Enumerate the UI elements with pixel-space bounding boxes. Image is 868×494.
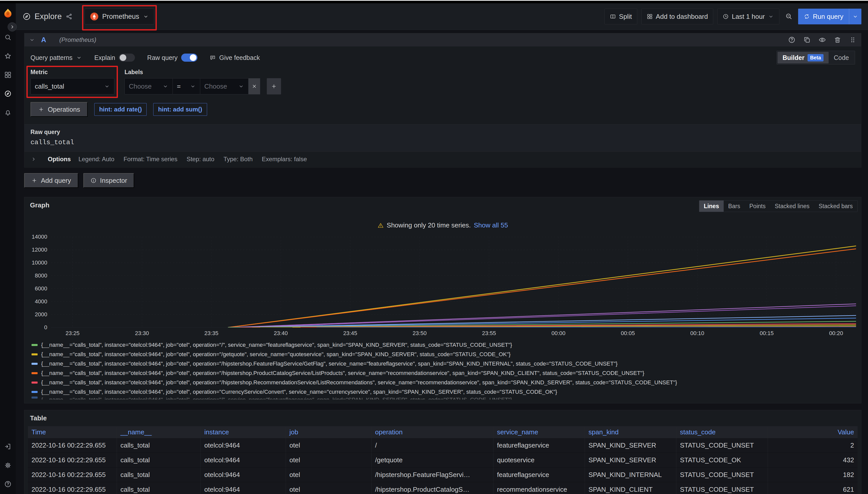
legend-item[interactable]: {__name__="calls_total", instance="otelc… [32,387,857,397]
table-cell: otel [286,482,372,494]
builder-mode-button[interactable]: Builder Beta [778,52,829,63]
clock-icon [723,14,729,20]
inspector-button[interactable]: Inspector [83,173,134,188]
delete-query-icon[interactable] [834,36,841,44]
hint-add-sum-button[interactable]: hint: add sum() [153,103,207,116]
graph-mode-lines[interactable]: Lines [699,201,724,212]
operations-row: Operations hint: add rate() hint: add su… [31,102,855,117]
table-body: 2022-10-16 00:22:29.655calls_totalotelco… [28,438,857,494]
table-cell: /hipstershop.FeatureFlagServi… [372,468,493,482]
label-key-select[interactable]: Choose [125,78,173,94]
table-cell: calls_total [117,482,201,494]
raw-query-preview-label: Raw query [31,129,855,136]
help-icon[interactable] [4,480,12,488]
hint-add-rate-button[interactable]: hint: add rate() [94,103,147,116]
search-icon[interactable] [4,34,12,41]
left-sidebar [0,3,16,494]
table-cell: SPAN_KIND_SERVER [585,453,676,467]
metric-select[interactable]: calls_total [31,78,114,94]
time-series-chart: 02000400060008000100001200014000 23:2523… [28,237,857,337]
x-axis: 23:2523:3023:3523:4023:4523:5023:5500:00… [51,327,856,337]
query-row-header[interactable]: A (Prometheus) [24,33,861,46]
add-operation-button[interactable]: Operations [31,102,88,117]
raw-query-toggle[interactable] [181,54,197,62]
remove-label-filter-button[interactable] [249,78,260,94]
collapse-chevron-icon[interactable] [29,37,35,43]
toggle-visibility-icon[interactable] [818,36,826,44]
legend-item[interactable]: {__name__="calls_total", instance="otelc… [32,368,857,378]
explain-toggle[interactable] [119,54,135,62]
column-header-instance[interactable]: instance [201,426,286,438]
legend-item[interactable]: {__name__="calls_total", instance="otelc… [32,359,857,368]
datasource-picker[interactable]: Prometheus [85,8,154,24]
time-range-picker[interactable]: Last 1 hour [717,8,779,24]
query-datasource-hint: (Prometheus) [59,36,96,43]
chevron-down-icon [190,83,196,89]
code-mode-button[interactable]: Code [829,52,854,63]
label-value-select[interactable]: Choose [200,78,249,94]
y-tick: 6000 [35,285,47,292]
duplicate-query-icon[interactable] [803,36,811,44]
warning-icon [378,222,384,228]
table-cell: STATUS_CODE_UNSET [676,468,768,482]
y-tick: 2000 [35,311,47,318]
add-to-dashboard-button[interactable]: Add to dashboard [641,8,713,24]
share-icon[interactable] [65,13,73,20]
split-button[interactable]: Split [604,8,637,24]
drag-handle-icon[interactable] [849,36,856,44]
column-header-job[interactable]: job [286,426,372,438]
show-all-series-link[interactable]: Show all 55 [474,221,508,229]
graph-mode-bars[interactable]: Bars [724,201,745,212]
legend-item[interactable]: {__name__="calls_total", instance="otelc… [32,378,857,387]
zoom-out-button[interactable] [783,13,794,21]
explore-icon[interactable] [4,90,12,97]
x-tick: 23:25 [66,330,79,337]
table-cell: STATUS_CODE_UNSET [676,482,768,494]
legend-swatch [32,344,38,346]
raw-query-toggle-group: Raw query [147,54,197,62]
run-query-dropdown[interactable] [849,8,862,24]
grafana-logo[interactable] [2,8,13,20]
give-feedback-link[interactable]: Give feedback [210,54,260,61]
option-type: Type: Both [223,156,253,163]
legend-swatch [32,391,38,393]
legend-item[interactable]: {__name__="calls_total", instance="otelc… [32,349,857,359]
query-help-icon[interactable] [788,36,796,44]
option-legend: Legend: Auto [78,156,114,163]
column-header-spankind[interactable]: span_kind [585,426,676,438]
chart-plot-area[interactable] [51,237,856,327]
label-operator-select[interactable]: = [173,78,200,94]
column-header-operation[interactable]: operation [372,426,493,438]
dashboards-icon[interactable] [4,71,12,79]
query-patterns-dropdown[interactable]: Query patterns [31,54,82,61]
graph-mode-points[interactable]: Points [745,201,770,212]
x-tick: 00:15 [760,330,774,337]
column-header-name[interactable]: __name__ [117,426,201,438]
column-header-Value[interactable]: Value [768,426,857,438]
query-ref-id: A [41,36,46,44]
dashboard-grid-icon [647,14,653,20]
x-tick: 23:55 [482,330,496,337]
table-cell: otelcol:9464 [201,468,286,482]
table-cell: 621 [768,482,857,494]
legend-item[interactable]: {__name__="calls_total", instance="otelc… [32,340,857,349]
datasource-name: Prometheus [102,13,139,21]
add-query-button[interactable]: Add query [24,173,78,188]
gear-icon[interactable] [4,461,12,469]
column-header-servicename[interactable]: service_name [493,426,585,438]
legend-label: {__name__="calls_total", instance="otelc… [41,388,557,395]
run-query-button[interactable]: Run query [798,8,862,24]
graph-mode-stacked-lines[interactable]: Stacked lines [770,201,814,212]
sidebar-expand-button[interactable] [7,22,17,32]
query-options-row[interactable]: Options Legend: Auto Format: Time series… [24,152,861,167]
graph-mode-stacked-bars[interactable]: Stacked bars [814,201,857,212]
alerting-bell-icon[interactable] [4,109,12,116]
table-cell: / [372,438,493,453]
comment-icon [210,55,216,61]
chevron-down-icon [238,83,244,89]
column-header-Time[interactable]: Time [28,426,117,438]
add-label-filter-button[interactable] [267,78,281,94]
starred-icon[interactable] [4,52,12,60]
sign-in-icon[interactable] [4,443,12,450]
column-header-statuscode[interactable]: status_code [676,426,768,438]
